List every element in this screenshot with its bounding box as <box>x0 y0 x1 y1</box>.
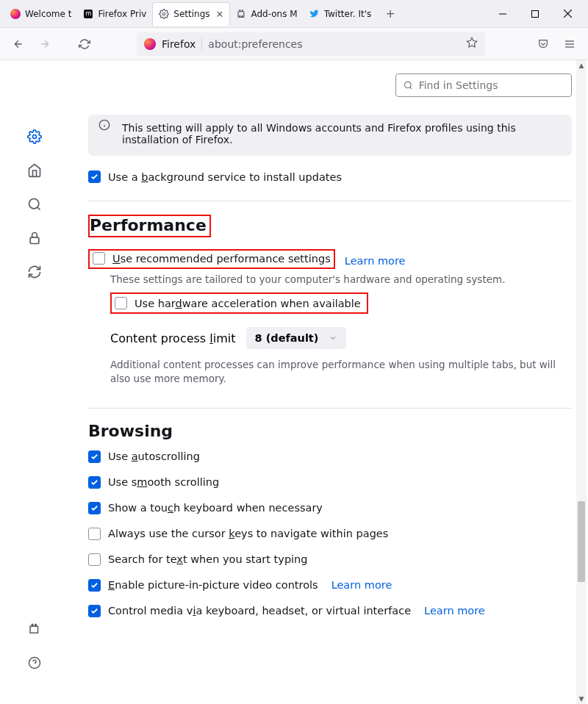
find-in-settings[interactable] <box>395 73 572 97</box>
learn-more-link[interactable]: Learn more <box>345 255 406 267</box>
puzzle-icon <box>236 9 246 19</box>
checkbox-label: Use hardware acceleration when available <box>135 298 361 309</box>
tab-strip: Welcome t m Firefox Priv Settings ✕ Add-… <box>0 0 588 28</box>
url-bar[interactable]: Firefox about:preferences <box>137 32 485 56</box>
checkbox-icon <box>88 605 101 617</box>
firefox-icon <box>10 9 21 19</box>
checkbox-hw-accel[interactable]: Use hardware acceleration when available <box>115 297 361 309</box>
scroll-down-icon[interactable]: ▼ <box>576 694 587 704</box>
chevron-down-icon <box>329 334 337 342</box>
tab-label: Twitter. It's <box>324 9 372 19</box>
search-icon <box>404 80 413 90</box>
svg-point-0 <box>163 12 166 15</box>
menu-button[interactable] <box>559 33 581 55</box>
firefox-icon <box>144 38 156 50</box>
gear-icon <box>159 9 169 19</box>
close-window-button[interactable] <box>551 3 584 25</box>
svg-marker-5 <box>467 37 476 47</box>
checkbox-icon <box>88 502 101 514</box>
checkbox-label: Use a background service to install upda… <box>108 171 342 183</box>
sidebar-help[interactable] <box>23 651 46 675</box>
sidebar-extensions[interactable] <box>23 617 46 641</box>
tab-label: Settings <box>173 9 209 19</box>
sidebar-sync[interactable] <box>23 260 46 284</box>
settings-main: This setting will apply to all Windows a… <box>69 60 588 704</box>
bookmark-star-icon[interactable] <box>466 37 478 51</box>
checkbox-label: Search for text when you start typing <box>108 553 308 565</box>
checkbox-browsing-5[interactable]: Enable picture-in-picture video controls… <box>88 579 572 592</box>
checkbox-icon <box>88 528 101 540</box>
checkbox-icon <box>88 476 101 489</box>
sidebar-general[interactable] <box>23 125 46 148</box>
divider <box>88 408 572 409</box>
select-label: Content process limit <box>110 331 236 345</box>
checkbox-icon <box>88 579 101 592</box>
svg-line-16 <box>410 87 412 88</box>
content-area: This setting will apply to all Windows a… <box>0 60 588 704</box>
checkbox-background-service[interactable]: Use a background service to install upda… <box>88 170 572 183</box>
document-icon: m <box>83 9 93 19</box>
process-limit-note: Additional content processes can improve… <box>110 358 572 386</box>
checkbox-recommended-perf[interactable]: Use recommended performance settings <box>93 252 331 265</box>
svg-line-11 <box>37 207 40 210</box>
sidebar-search[interactable] <box>23 193 46 216</box>
info-icon <box>98 119 110 133</box>
back-button[interactable] <box>7 33 29 55</box>
tab-settings[interactable]: Settings ✕ <box>152 2 230 26</box>
search-input[interactable] <box>419 79 564 91</box>
vertical-scrollbar[interactable]: ▲ ▼ <box>576 60 587 704</box>
tab-privacy[interactable]: m Firefox Priv <box>77 2 152 26</box>
sidebar-privacy[interactable] <box>23 226 46 250</box>
maximize-button[interactable] <box>519 3 551 25</box>
checkbox-icon <box>115 297 127 309</box>
browsing-heading: Browsing <box>88 422 572 440</box>
info-notice: This setting will apply to all Windows a… <box>88 115 572 156</box>
content-process-limit-row: Content process limit 8 (default) <box>110 327 572 349</box>
forward-button[interactable] <box>34 33 56 55</box>
tab-twitter[interactable]: Twitter. It's <box>304 2 378 26</box>
toolbar: Firefox about:preferences <box>0 28 588 60</box>
checkbox-label: Show a touch keyboard when necessary <box>108 502 323 514</box>
reload-button[interactable] <box>74 33 96 55</box>
checkbox-browsing-4[interactable]: Search for text when you start typing <box>88 553 572 566</box>
tab-addons[interactable]: Add-ons M <box>230 2 303 26</box>
checkbox-browsing-6[interactable]: Control media via keyboard, headset, or … <box>88 605 572 617</box>
checkbox-label: Enable picture-in-picture video controls <box>108 579 318 591</box>
learn-more-link[interactable]: Learn more <box>331 579 392 591</box>
sidebar-home[interactable] <box>23 159 46 182</box>
separator <box>201 37 202 51</box>
svg-rect-12 <box>30 237 39 243</box>
pocket-button[interactable] <box>532 33 554 55</box>
scroll-thumb[interactable] <box>578 501 585 582</box>
checkbox-icon <box>93 252 105 265</box>
checkbox-browsing-2[interactable]: Show a touch keyboard when necessary <box>88 502 572 514</box>
performance-note: These settings are tailored to your comp… <box>110 273 572 285</box>
tab-welcome[interactable]: Welcome t <box>4 2 77 26</box>
minimize-button[interactable] <box>487 3 519 25</box>
window-controls <box>487 3 584 25</box>
svg-point-10 <box>29 199 39 209</box>
svg-rect-2 <box>532 10 539 17</box>
notice-text: This setting will apply to all Windows a… <box>122 122 516 146</box>
checkbox-browsing-3[interactable]: Always use the cursor keys to navigate w… <box>88 528 572 540</box>
tab-label: Firefox Priv <box>98 9 146 19</box>
new-tab-button[interactable]: + <box>380 7 401 21</box>
identity-label: Firefox <box>162 38 196 50</box>
learn-more-link[interactable]: Learn more <box>424 605 485 617</box>
svg-point-9 <box>33 135 37 139</box>
checkbox-label: Use smooth scrolling <box>108 476 219 488</box>
divider <box>88 201 572 201</box>
content-process-limit-select[interactable]: 8 (default) <box>246 327 347 349</box>
checkbox-label: Use recommended performance settings <box>112 253 331 265</box>
checkbox-label: Use autoscrolling <box>108 450 200 462</box>
settings-sidebar <box>0 60 69 704</box>
checkbox-browsing-0[interactable]: Use autoscrolling <box>88 450 572 463</box>
scroll-up-icon[interactable]: ▲ <box>576 60 587 71</box>
tab-label: Add-ons M <box>251 9 297 19</box>
tab-label: Welcome t <box>25 9 71 19</box>
close-icon[interactable]: ✕ <box>216 9 224 20</box>
checkbox-icon <box>88 170 101 183</box>
checkbox-icon <box>88 450 101 463</box>
checkbox-browsing-1[interactable]: Use smooth scrolling <box>88 476 572 489</box>
performance-heading: Performance <box>88 215 572 237</box>
